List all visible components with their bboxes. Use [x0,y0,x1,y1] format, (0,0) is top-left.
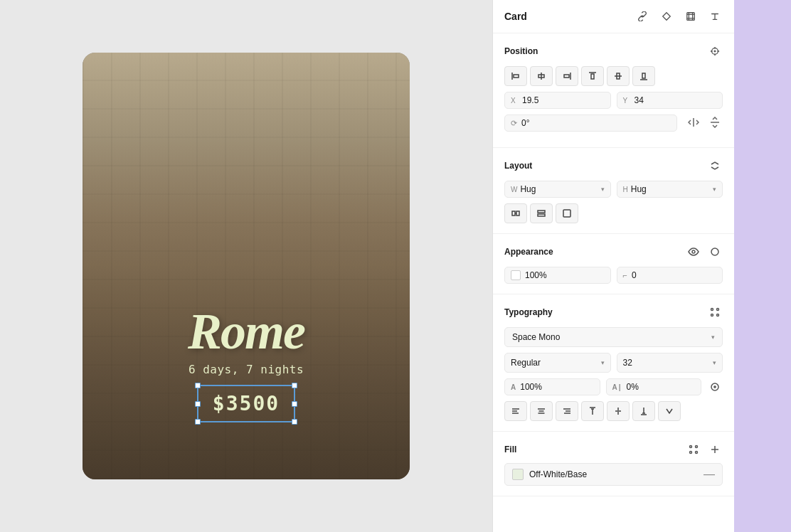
fill-header: Fill [504,442,723,457]
fill-icons [686,442,723,457]
align-right-button[interactable] [556,66,578,86]
frame-icon[interactable] [683,9,699,24]
font-size-select[interactable]: 32 ▾ [617,353,723,373]
layout-expand-icon[interactable] [707,158,723,174]
typography-header: Typography [504,304,723,320]
w-chevron: ▾ [601,186,605,193]
position-section: Position [493,33,734,148]
y-value[interactable] [635,95,717,105]
flip-h-icon[interactable] [686,115,701,130]
fill-color-row[interactable]: Off-White/Base — [504,463,723,486]
text-align-row [504,401,723,421]
fill-color-swatch[interactable] [512,469,524,480]
panel-header: Card [493,0,734,33]
height-select[interactable]: H Hug ▾ [617,181,723,198]
svg-point-4 [692,250,695,253]
svg-point-12 [690,452,692,454]
text-valign-top-button[interactable] [581,401,604,421]
text-valign-bottom-button[interactable] [632,401,655,421]
font-style-size-row: Regular ▾ 32 ▾ [504,353,723,373]
svg-point-8 [717,314,719,316]
svg-point-10 [690,446,692,448]
fill-add-icon[interactable] [707,442,723,457]
font-style-value: Regular [511,358,541,368]
tracking-value: 0% [627,382,695,392]
handle-bottom-right[interactable] [292,419,297,425]
typography-section: Typography Space Mono ▾ Regular ▾ 32 ▾ A… [493,294,734,432]
text-align-right-button[interactable] [556,401,578,421]
x-value[interactable] [522,95,605,105]
link-icon[interactable] [635,9,650,24]
text-align-center-button[interactable] [530,401,553,421]
opacity-input[interactable]: 100% [504,267,611,284]
y-label: Y [623,97,632,105]
handle-middle-right[interactable] [292,401,297,407]
wh-row: W Hug ▾ H Hug ▾ [504,181,723,198]
radius-input[interactable]: ⌐ 0 [617,267,723,284]
text-icon[interactable] [707,9,723,24]
properties-panel: Card Position [492,0,734,532]
handle-middle-left[interactable] [195,401,201,407]
align-center-h-button[interactable] [530,66,553,86]
position-title: Position [504,46,538,56]
scale-value: 100% [520,382,593,392]
tracking-input[interactable]: A| 0% [606,378,702,395]
x-label: X [511,97,519,105]
distribute-v-button[interactable] [530,203,553,223]
font-size-chevron: ▾ [713,359,716,366]
frame-layout-button[interactable] [556,203,578,223]
align-top-button[interactable] [581,66,604,86]
appearance-title: Appearance [504,247,553,257]
align-middle-v-button[interactable] [607,66,630,86]
w-value: Hug [520,184,598,194]
rotation-input-row: ⟳ [504,115,723,132]
text-advanced-button[interactable] [658,401,681,421]
fill-styles-icon[interactable] [686,442,701,457]
handle-top-left[interactable] [195,383,201,388]
width-select[interactable]: W Hug ▾ [504,181,611,198]
position-header: Position [504,43,723,59]
scale-icon: A [511,383,516,391]
flip-v-icon[interactable] [707,115,723,130]
radius-corner-icon: ⌐ [623,271,627,280]
price-container[interactable]: $3500 [197,385,295,422]
h-value: Hug [631,184,710,194]
svg-point-7 [711,314,713,316]
handle-bottom-left[interactable] [195,419,201,425]
text-valign-middle-button[interactable] [607,401,630,421]
svg-point-2 [714,50,716,52]
layout-title: Layout [504,161,532,171]
font-style-select[interactable]: Regular ▾ [504,353,611,373]
visibility-icon[interactable] [686,244,701,260]
text-align-left-button[interactable] [504,401,527,421]
distribute-h-button[interactable] [504,203,527,223]
typography-extra-icon[interactable] [707,379,723,395]
tracking-icon: A| [612,383,622,391]
blend-mode-icon[interactable] [707,244,723,260]
x-input[interactable]: X [504,92,611,109]
h-chevron: ▾ [713,186,716,193]
position-target-icon[interactable] [707,43,723,59]
font-family-select[interactable]: Space Mono ▾ [504,327,723,347]
align-bottom-button[interactable] [632,66,655,86]
layout-icons-row [504,203,723,223]
diamond-icon[interactable] [659,9,674,24]
appearance-icons [686,244,723,260]
fill-remove-icon[interactable]: — [704,468,715,481]
svg-point-5 [711,309,713,311]
rotation-value[interactable] [521,118,671,128]
y-input[interactable]: Y [617,92,723,109]
fill-section: Fill Off-White/Base — [493,432,734,496]
card-preview[interactable]: Rome 6 days, 7 nights $3500 [83,53,410,479]
handle-top-right[interactable] [292,383,297,388]
opacity-value: 100% [525,270,605,280]
typography-settings-icon[interactable] [707,304,723,320]
fill-title: Fill [504,445,516,454]
card-content: Rome 6 days, 7 nights $3500 [83,306,410,422]
card-subtitle: 6 days, 7 nights [189,363,304,376]
rotation-input[interactable]: ⟳ [504,115,677,132]
align-left-button[interactable] [504,66,527,86]
radius-value: 0 [632,270,716,280]
scale-input[interactable]: A 100% [504,378,600,395]
city-title: Rome [188,306,304,357]
